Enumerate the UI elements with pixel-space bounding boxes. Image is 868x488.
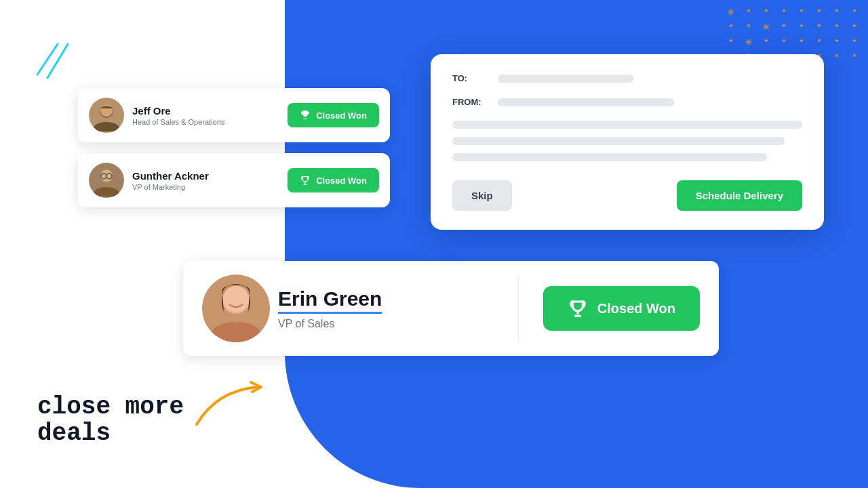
star-icon: * <box>848 52 861 62</box>
closed-won-button-gunther[interactable]: Closed Won <box>288 168 379 192</box>
tagline-area: close more deals <box>37 394 184 447</box>
tagline-text: close more deals <box>37 394 184 447</box>
svg-line-0 <box>37 44 58 75</box>
email-panel: TO: FROM: Skip Schedule Delivery <box>431 54 824 230</box>
email-to-label: TO: <box>452 73 490 83</box>
svg-line-13 <box>112 176 113 176</box>
star-icon: * <box>848 7 861 18</box>
closed-won-label-gunther: Closed Won <box>316 176 367 186</box>
closed-won-label-erin: Closed Won <box>597 301 675 317</box>
star-icon: * <box>795 37 808 47</box>
star-icon: * <box>830 22 844 33</box>
star-icon: * <box>795 22 808 33</box>
trophy-icon <box>300 110 311 121</box>
closed-won-button-jeff[interactable]: Closed Won <box>288 103 379 127</box>
contact-name-jeff: Jeff Ore <box>132 105 279 117</box>
avatar-erin <box>202 274 270 342</box>
star-icon: ✳ <box>724 7 738 18</box>
star-icon: * <box>848 37 861 47</box>
contact-card-gunther: Gunther Ackner VP of Marketing Closed Wo… <box>78 153 390 207</box>
contact-info-erin: Erin Green VP of Sales <box>278 287 494 330</box>
email-from-field: FROM: <box>452 97 802 107</box>
svg-point-18 <box>223 286 249 312</box>
email-to-value <box>498 75 633 83</box>
star-icon: * <box>742 22 755 33</box>
avatar-jeff <box>89 98 124 133</box>
cyan-decoration <box>31 41 85 91</box>
email-line-2 <box>452 137 785 145</box>
contact-card-erin: Erin Green VP of Sales Closed Won <box>183 261 719 356</box>
trophy-icon-large <box>568 298 588 319</box>
star-icon: * <box>760 7 773 18</box>
email-from-label: FROM: <box>452 97 490 107</box>
svg-line-1 <box>47 44 68 78</box>
contact-name-gunther: Gunther Ackner <box>132 170 279 182</box>
skip-button[interactable]: Skip <box>452 180 512 211</box>
star-icon: * <box>812 22 826 33</box>
star-icon: * <box>830 37 844 47</box>
tagline-line1: close more <box>37 393 184 421</box>
email-line-3 <box>452 153 767 161</box>
email-line-1 <box>452 121 802 129</box>
star-icon: * <box>724 37 738 47</box>
email-actions: Skip Schedule Delivery <box>452 180 802 211</box>
email-body-lines <box>452 121 802 161</box>
star-icon: * <box>795 7 808 18</box>
contact-title-erin: VP of Sales <box>278 318 494 330</box>
star-icon: * <box>777 22 791 33</box>
star-icon: * <box>812 37 826 47</box>
star-icon: * <box>830 7 844 18</box>
arrow-decoration <box>190 377 271 434</box>
contact-info-jeff: Jeff Ore Head of Sales & Operations <box>132 105 279 126</box>
star-icon: * <box>724 22 738 33</box>
svg-rect-5 <box>304 110 307 111</box>
contact-info-gunther: Gunther Ackner VP of Marketing <box>132 170 279 191</box>
contact-card-jeff: Jeff Ore Head of Sales & Operations Clos… <box>78 88 390 142</box>
star-icon: * <box>830 52 844 62</box>
star-icon: * <box>848 22 861 33</box>
email-to-field: TO: <box>452 73 802 83</box>
star-icon: * <box>812 7 826 18</box>
star-icon: * <box>760 37 773 47</box>
closed-won-button-erin[interactable]: Closed Won <box>543 286 700 331</box>
card-divider <box>518 274 519 342</box>
avatar-gunther <box>89 163 124 198</box>
star-icon: ✳ <box>742 37 755 47</box>
schedule-delivery-button[interactable]: Schedule Delivery <box>677 180 802 211</box>
contact-title-gunther: VP of Marketing <box>132 183 279 191</box>
star-icon: * <box>742 7 755 18</box>
closed-won-label-jeff: Closed Won <box>316 110 367 121</box>
star-icon: * <box>777 7 791 18</box>
contact-title-jeff: Head of Sales & Operations <box>132 118 279 126</box>
contact-name-erin: Erin Green <box>278 287 382 314</box>
star-icon: * <box>777 37 791 47</box>
star-icon: ✳ <box>760 22 773 33</box>
tagline-line2: deals <box>37 420 111 447</box>
trophy-icon <box>300 175 311 186</box>
svg-line-12 <box>100 176 101 176</box>
contact-cards-area: Jeff Ore Head of Sales & Operations Clos… <box>78 88 390 207</box>
email-from-value <box>498 98 674 106</box>
